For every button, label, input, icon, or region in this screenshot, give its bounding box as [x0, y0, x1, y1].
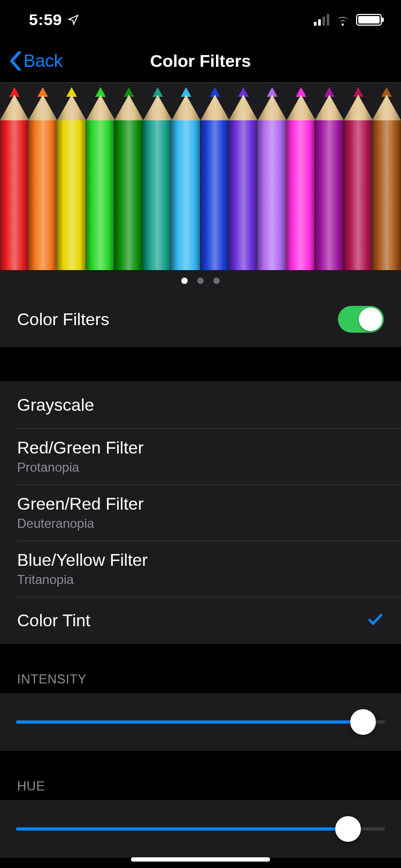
pencil — [372, 83, 401, 270]
hue-slider-cell — [0, 800, 401, 858]
wifi-icon — [335, 14, 351, 26]
filter-option-blue-yellow-filter[interactable]: Blue/Yellow FilterTritanopia — [0, 541, 401, 597]
option-title: Green/Red Filter — [17, 494, 144, 514]
toggle-group: Color Filters — [0, 291, 401, 347]
home-indicator[interactable] — [131, 857, 270, 862]
option-title: Color Tint — [17, 611, 90, 631]
status-right — [314, 14, 382, 26]
back-button[interactable]: Back — [10, 51, 63, 71]
filter-option-color-tint[interactable]: Color Tint — [0, 597, 401, 644]
pencil — [200, 83, 230, 270]
battery-icon — [356, 14, 382, 26]
filter-options-group: GrayscaleRed/Green FilterProtanopiaGreen… — [0, 381, 401, 644]
intensity-header: INTENSITY — [0, 644, 401, 693]
page-dot[interactable] — [197, 278, 204, 284]
pencil — [314, 83, 344, 270]
pencil — [86, 83, 115, 270]
hue-slider[interactable] — [16, 817, 385, 841]
option-subtitle: Protanopia — [17, 460, 144, 475]
chevron-left-icon — [10, 51, 21, 71]
color-preview[interactable] — [0, 82, 401, 291]
status-left: 5:59 — [29, 11, 79, 29]
option-title: Red/Green Filter — [17, 438, 144, 458]
pencil — [343, 83, 373, 270]
page-dot[interactable] — [213, 278, 220, 284]
nav-bar: Back Color Filters — [0, 40, 401, 82]
intensity-slider[interactable] — [16, 710, 385, 734]
status-time: 5:59 — [29, 11, 62, 29]
pencil — [114, 83, 144, 270]
cellular-icon — [314, 14, 329, 26]
hue-header: HUE — [0, 751, 401, 800]
option-subtitle: Deuteranopia — [17, 516, 144, 531]
status-bar: 5:59 — [0, 0, 401, 40]
pencil — [229, 83, 259, 270]
pencil — [28, 83, 58, 270]
location-icon — [67, 14, 79, 26]
option-subtitle: Tritanopia — [17, 572, 148, 587]
back-label: Back — [24, 51, 63, 71]
page-dot[interactable] — [181, 278, 188, 284]
color-filters-toggle-cell[interactable]: Color Filters — [0, 291, 401, 347]
pencil — [57, 83, 87, 270]
filter-option-red-green-filter[interactable]: Red/Green FilterProtanopia — [0, 428, 401, 485]
pencil-row — [0, 83, 401, 270]
option-title: Blue/Yellow Filter — [17, 550, 148, 570]
checkmark-icon — [367, 611, 384, 630]
pencil — [0, 83, 29, 270]
intensity-slider-cell — [0, 693, 401, 751]
filter-option-grayscale[interactable]: Grayscale — [0, 381, 401, 428]
toggle-switch[interactable] — [338, 306, 384, 333]
pencil — [143, 83, 173, 270]
filter-option-green-red-filter[interactable]: Green/Red FilterDeuteranopia — [0, 485, 401, 541]
pencil — [257, 83, 287, 270]
option-title: Grayscale — [17, 395, 94, 415]
pencil — [171, 83, 201, 270]
page-indicator[interactable] — [0, 270, 401, 291]
spacer — [0, 347, 401, 381]
pencil — [286, 83, 316, 270]
toggle-label: Color Filters — [17, 310, 109, 329]
